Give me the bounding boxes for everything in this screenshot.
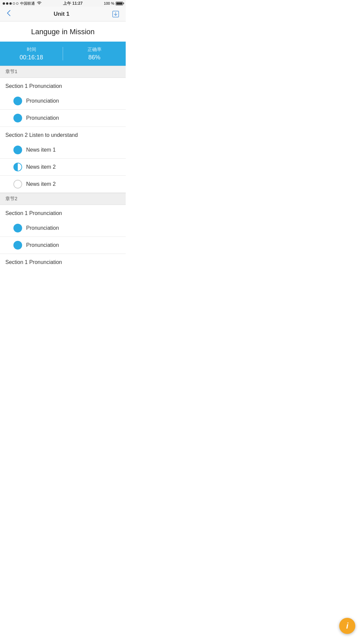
list-item[interactable]: Pronunciation [0, 220, 126, 237]
status-icon-empty [13, 180, 22, 189]
battery-fill [116, 2, 122, 5]
section-1-1-title: Section 1 Pronunciation [0, 78, 126, 93]
signal-dots [3, 2, 18, 5]
time-label: 时间 [27, 47, 36, 53]
battery-icon [116, 2, 123, 5]
dot-4 [13, 2, 15, 5]
status-icon-full [13, 114, 22, 122]
item-label: Pronunciation [26, 225, 59, 231]
wifi-icon [37, 1, 42, 5]
status-icon-full [13, 241, 22, 250]
carrier-label: 中国联通 [20, 1, 35, 6]
nav-title: Unit 1 [54, 11, 69, 17]
accuracy-label: 正确率 [87, 47, 102, 53]
main-title: Languge in Mission [0, 21, 126, 42]
back-button[interactable] [5, 8, 12, 19]
item-label: Pronunciation [26, 98, 59, 104]
dot-5 [16, 2, 18, 5]
download-icon [112, 10, 119, 18]
chapter-1-header: 章节1 [0, 66, 126, 78]
section-1-2-title: Section 2 Listen to understand [0, 127, 126, 142]
dot-3 [9, 2, 12, 5]
item-label: News item 2 [26, 164, 56, 170]
accuracy-value: 86% [88, 54, 100, 61]
list-item[interactable]: Pronunciation [0, 93, 126, 110]
status-icon-full [13, 97, 22, 105]
chevron-left-icon [7, 10, 11, 16]
list-item[interactable]: News item 2 [0, 159, 126, 176]
item-label: News item 1 [26, 147, 56, 153]
chapter-2-header: 章节2 [0, 193, 126, 205]
dot-2 [6, 2, 8, 5]
time-value: 00:16:18 [19, 54, 43, 61]
accuracy-stat: 正确率 86% [63, 47, 126, 61]
item-label: Pronunciation [26, 242, 59, 248]
stats-bar: 时间 00:16:18 正确率 86% [0, 42, 126, 66]
status-left: 中国联通 [3, 1, 42, 6]
list-item[interactable]: News item 2 [0, 176, 126, 193]
list-item[interactable]: Pronunciation [0, 237, 126, 254]
status-time: 上午 11:27 [63, 1, 82, 6]
item-label: Pronunciation [26, 115, 59, 121]
status-icon-half [13, 163, 22, 171]
status-icon-full [13, 224, 22, 232]
content-area: 章节1 Section 1 Pronunciation Pronunciatio… [0, 66, 126, 269]
section-2-1-title: Section 1 Pronunciation [0, 205, 126, 220]
list-item[interactable]: Pronunciation [0, 110, 126, 127]
nav-bar: Unit 1 [0, 7, 126, 21]
status-bar: 中国联通 上午 11:27 100 % [0, 0, 126, 7]
item-label: News item 2 [26, 181, 56, 187]
status-icon-full [13, 146, 22, 154]
section-2-2-title: Section 1 Pronunciation [0, 254, 126, 269]
download-button[interactable] [111, 9, 120, 19]
battery-percent: 100 % [104, 1, 114, 5]
list-item[interactable]: News item 1 [0, 142, 126, 159]
dot-1 [3, 2, 5, 5]
status-right: 100 % [104, 1, 123, 5]
time-stat: 时间 00:16:18 [0, 47, 63, 61]
